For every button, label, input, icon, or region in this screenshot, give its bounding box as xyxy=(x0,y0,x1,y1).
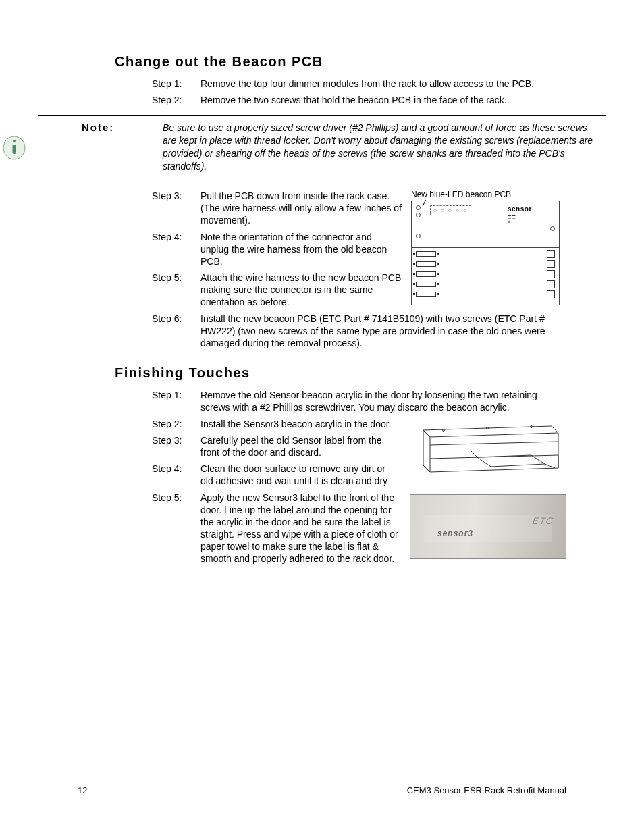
steps-group-finishing: Step 1: Remove the old Sensor beacon acr… xyxy=(78,389,566,569)
step-text: Install the Sensor3 beacon acrylic in th… xyxy=(200,418,400,430)
step-row: Step 1: Remove the old Sensor beacon acr… xyxy=(152,389,566,413)
step-text: Clean the door surface to remove any dir… xyxy=(200,463,400,487)
door-line-diagram xyxy=(410,418,566,481)
step-row: Step 3: Carefully peel the old Sensor la… xyxy=(152,434,400,459)
note-block: Note: Be sure to use a properly sized sc… xyxy=(38,115,606,180)
svg-rect-2 xyxy=(13,145,16,154)
step-row: Step 6: Install the new beacon PCB (ETC … xyxy=(152,313,566,350)
step-row: Step 2: Remove the two screws that hold … xyxy=(152,94,566,106)
step-row: Step 5: Attach the wire harness to the n… xyxy=(152,271,402,309)
section-heading-finishing: Finishing Touches xyxy=(78,365,566,381)
step-text: Note the orientation of the connector an… xyxy=(200,231,402,268)
step-text: Attach the wire harness to the new beaco… xyxy=(200,271,402,309)
step-label: Step 2: xyxy=(152,94,200,106)
step-text: Remove the two screws that hold the beac… xyxy=(200,94,566,106)
step-row: Step 4: Clean the door surface to remove… xyxy=(152,463,400,487)
step-row: Step 3: Pull the PCB down from inside th… xyxy=(152,190,402,227)
photo-brand: ETC xyxy=(532,515,555,526)
step-label: Step 5: xyxy=(152,271,200,309)
steps-group-a: Step 1: Remove the top four dimmer modul… xyxy=(78,78,566,106)
step-label: Step 6: xyxy=(152,313,200,350)
step-text: Install the new beacon PCB (ETC Part # 7… xyxy=(200,313,566,350)
step-row: Step 5: Apply the new Sensor3 label to t… xyxy=(152,492,400,565)
step-row: Step 4: Note the orientation of the conn… xyxy=(152,231,402,268)
step-label: Step 5: xyxy=(152,492,200,565)
steps-group-b: Step 3: Pull the PCB down from inside th… xyxy=(78,190,566,349)
step-label: Step 1: xyxy=(152,389,200,413)
sensor3-label-photo: sensor3 ETC xyxy=(410,494,566,559)
step-row: Step 2: Install the Sensor3 beacon acryl… xyxy=(152,418,400,430)
step-label: Step 2: xyxy=(152,418,200,430)
pcb-diagram: ○ ○ ○ ○ ○ sensor ▬ ▬▬ ▬⊕ xyxy=(411,201,560,305)
step-text: Remove the old Sensor beacon acrylic in … xyxy=(200,389,566,413)
step-text: Apply the new Sensor3 label to the front… xyxy=(200,492,400,565)
step-label: Step 4: xyxy=(152,463,200,487)
page-number: 12 xyxy=(78,785,87,796)
note-label: Note: xyxy=(82,122,163,173)
step-row: Step 1: Remove the top four dimmer modul… xyxy=(152,78,566,90)
step-label: Step 3: xyxy=(152,434,200,459)
note-text: Be sure to use a properly sized screw dr… xyxy=(163,122,606,173)
step-text: Remove the top four dimmer modules from … xyxy=(200,78,566,90)
step-label: Step 1: xyxy=(152,78,200,90)
svg-line-8 xyxy=(545,464,555,468)
svg-point-4 xyxy=(443,429,445,431)
svg-line-7 xyxy=(471,450,477,457)
diagram-label: New blue-LED beacon PCB xyxy=(411,190,566,199)
page-footer: 12 CEM3 Sensor ESR Rack Retrofit Manual xyxy=(0,596,644,816)
photo-product-name: sensor3 xyxy=(437,529,473,538)
svg-point-1 xyxy=(13,140,16,142)
step-label: Step 3: xyxy=(152,190,200,227)
manual-title: CEM3 Sensor ESR Rack Retrofit Manual xyxy=(407,785,566,796)
pcb-diagram-callout: New blue-LED beacon PCB ○ ○ ○ ○ ○ xyxy=(411,190,566,305)
info-icon xyxy=(1,135,27,161)
step-text: Pull the PCB down from inside the rack c… xyxy=(200,190,402,227)
step-label: Step 4: xyxy=(152,231,200,268)
step-text: Carefully peel the old Sensor label from… xyxy=(200,434,400,459)
svg-line-3 xyxy=(430,442,558,445)
section-heading-beacon-pcb: Change out the Beacon PCB xyxy=(78,54,566,70)
